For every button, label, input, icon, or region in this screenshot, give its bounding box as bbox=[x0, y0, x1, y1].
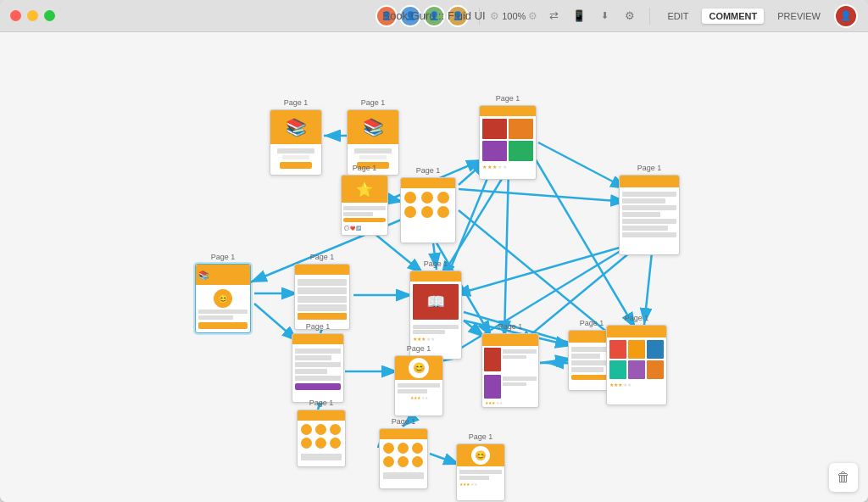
card-4-label: Page 1 bbox=[637, 164, 662, 172]
page-card-12[interactable]: Page 1 ★★★★★ bbox=[606, 314, 667, 405]
card-7-label: Page 1 bbox=[211, 253, 236, 261]
card-2-label: Page 1 bbox=[361, 98, 386, 107]
card-11-label: Page 1 bbox=[580, 319, 604, 327]
card-3-label: Page 1 bbox=[496, 94, 520, 103]
titlebar: Book Guru :: Fluid UI 👤 👤 👤 👤 ⚙ 100% ⚙ ⇄… bbox=[0, 0, 868, 32]
maximize-button[interactable] bbox=[44, 10, 55, 21]
card-14-frame: 😊 ★★★★★ bbox=[394, 355, 443, 416]
svg-line-34 bbox=[459, 189, 627, 202]
page-card-6[interactable]: Page 1 bbox=[400, 166, 456, 243]
settings-icon[interactable]: ⚙ bbox=[620, 7, 639, 25]
page-card-8[interactable]: Page 1 bbox=[294, 253, 350, 330]
svg-line-14 bbox=[644, 244, 653, 325]
page-card-15[interactable]: Page 1 bbox=[297, 399, 346, 467]
card-6-label: Page 1 bbox=[416, 166, 441, 175]
card-10-frame: ★★★★★ bbox=[481, 333, 539, 408]
card-7-frame: 📚 😊 bbox=[195, 264, 251, 333]
zoom-control: ⚙ 100% ⚙ bbox=[490, 10, 537, 22]
card-15-frame bbox=[297, 410, 346, 467]
zoom-value: 100% bbox=[502, 11, 526, 21]
page-card-7[interactable]: Page 1 📚 😊 bbox=[195, 253, 251, 333]
trash-button[interactable]: 🗑 bbox=[829, 463, 858, 492]
card-8-label: Page 1 bbox=[310, 253, 335, 261]
card-8-frame bbox=[294, 264, 350, 330]
card-16-frame bbox=[379, 428, 428, 489]
card-5-frame: ⭐ 💬❤️↗️ bbox=[341, 175, 388, 236]
close-button[interactable] bbox=[10, 10, 21, 21]
card-17-label: Page 1 bbox=[469, 432, 493, 441]
svg-line-11 bbox=[504, 168, 509, 337]
card-15-label: Page 1 bbox=[309, 399, 334, 407]
card-1-frame: 📚 bbox=[270, 109, 322, 176]
page-card-14[interactable]: Page 1 😊 ★★★★★ bbox=[394, 344, 443, 416]
page-card-5[interactable]: Page 1 ⭐ 💬❤️↗️ bbox=[341, 164, 388, 236]
card-6-frame bbox=[400, 177, 456, 243]
app-window: Book Guru :: Fluid UI 👤 👤 👤 👤 ⚙ 100% ⚙ ⇄… bbox=[0, 0, 868, 502]
card-1-label: Page 1 bbox=[284, 98, 309, 107]
share-icon[interactable]: ⇄ bbox=[544, 7, 563, 25]
card-13-frame bbox=[292, 333, 344, 403]
card-16-label: Page 1 bbox=[392, 417, 416, 426]
current-user-avatar: 👤 bbox=[834, 4, 858, 28]
page-card-17[interactable]: Page 1 😊 ★★★★★ bbox=[456, 432, 505, 501]
card-12-frame: ★★★★★ bbox=[606, 325, 667, 405]
card-13-label: Page 1 bbox=[306, 322, 331, 331]
preview-button[interactable]: PREVIEW bbox=[771, 8, 827, 24]
minimize-button[interactable] bbox=[27, 10, 38, 21]
page-card-3[interactable]: Page 1 ★★★★★ bbox=[479, 94, 537, 180]
card-4-frame bbox=[619, 175, 680, 255]
page-card-16[interactable]: Page 1 bbox=[379, 417, 428, 489]
edit-button[interactable]: EDIT bbox=[660, 8, 695, 24]
divider-2 bbox=[649, 8, 650, 25]
traffic-lights bbox=[10, 10, 55, 21]
page-card-1[interactable]: Page 1 📚 bbox=[270, 98, 322, 176]
card-12-label: Page 1 bbox=[625, 314, 649, 322]
device-icon[interactable]: 📱 bbox=[570, 7, 588, 25]
zoom-adjust-icon: ⚙ bbox=[528, 10, 537, 22]
svg-line-5 bbox=[538, 142, 627, 189]
page-card-10[interactable]: Page 1 ★★★★ bbox=[481, 322, 539, 408]
download-icon[interactable]: ⬇ bbox=[595, 7, 614, 25]
page-card-4[interactable]: Page 1 bbox=[619, 164, 680, 255]
comment-button[interactable]: COMMENT bbox=[702, 8, 764, 24]
card-14-label: Page 1 bbox=[407, 344, 431, 353]
card-3-frame: ★★★★★ bbox=[479, 105, 537, 180]
window-title: Book Guru :: Fluid UI bbox=[382, 9, 485, 22]
card-5-label: Page 1 bbox=[353, 164, 377, 172]
page-card-13[interactable]: Page 1 bbox=[292, 322, 344, 403]
canvas[interactable]: .arrow { stroke: #29abe2; stroke-width: … bbox=[0, 32, 868, 502]
zoom-icon: ⚙ bbox=[490, 10, 499, 22]
svg-line-15 bbox=[453, 244, 632, 295]
card-9-label: Page 1 bbox=[424, 259, 448, 268]
card-17-frame: 😊 ★★★★★ bbox=[456, 443, 505, 501]
card-10-label: Page 1 bbox=[498, 322, 523, 331]
